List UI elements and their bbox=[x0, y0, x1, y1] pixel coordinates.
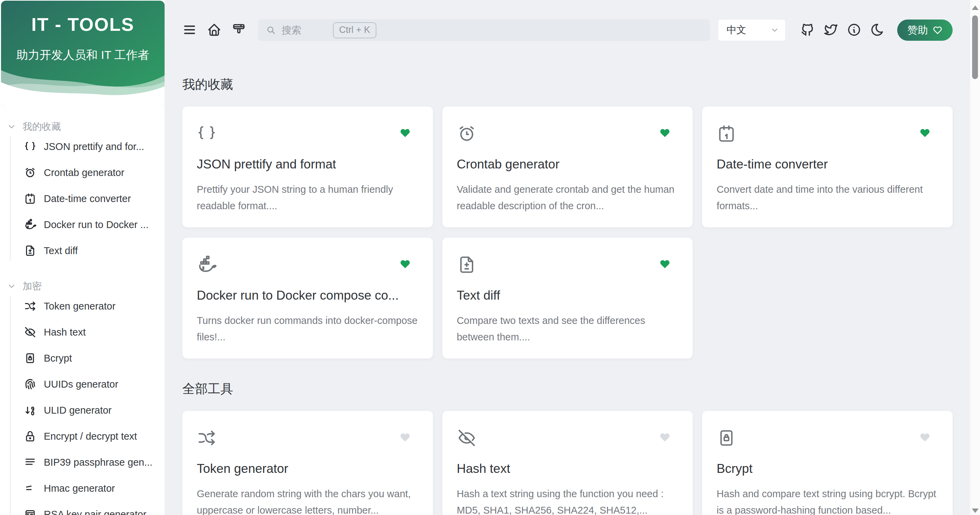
tool-card[interactable]: Text diff Compare two texts and see the … bbox=[442, 238, 693, 359]
chevron-down-icon bbox=[770, 26, 779, 35]
tool-card[interactable]: Crontab generator Validate and generate … bbox=[442, 107, 693, 227]
sidebar-item-label: Encrypt / decrypt text bbox=[44, 431, 137, 442]
calendar-icon bbox=[716, 124, 737, 143]
sidebar-item[interactable]: RSA key pair generator bbox=[0, 501, 165, 515]
sidebar-item[interactable]: Hmac generator bbox=[0, 475, 165, 501]
favorite-heart-icon[interactable] bbox=[919, 127, 931, 139]
sidebar-item[interactable]: Encrypt / decrypt text bbox=[0, 423, 165, 449]
lock-square-icon bbox=[24, 352, 36, 364]
favorite-heart-icon[interactable] bbox=[399, 431, 411, 443]
favorite-heart-icon[interactable] bbox=[659, 431, 671, 443]
sponsor-button[interactable]: 赞助 bbox=[897, 19, 953, 41]
tool-title: Crontab generator bbox=[457, 157, 679, 172]
it-tools-app: IT - TOOLS 助力开发人员和 IT 工作者 我的收藏 JSON pret… bbox=[0, 0, 980, 515]
sidebar-item[interactable]: Token generator bbox=[0, 293, 165, 319]
sidebar-section-header[interactable]: 加密 bbox=[0, 279, 165, 293]
sidebar-item-label: BIP39 passphrase gen... bbox=[44, 457, 153, 468]
favorite-heart-icon[interactable] bbox=[919, 431, 931, 443]
tool-card[interactable]: Bcrypt Hash and compare text string usin… bbox=[702, 411, 953, 515]
shuffle-icon bbox=[24, 300, 36, 312]
search-icon bbox=[266, 25, 276, 35]
tool-card[interactable]: Date-time converter Convert date and tim… bbox=[702, 107, 953, 227]
sidebar-item[interactable]: BIP39 passphrase gen... bbox=[0, 449, 165, 475]
sidebar-item[interactable]: Date-time converter bbox=[0, 186, 165, 212]
docker-whale-icon bbox=[197, 255, 216, 274]
paint-brush-icon bbox=[232, 22, 246, 37]
curly-braces-icon bbox=[197, 124, 216, 143]
sidebar-item-label: Token generator bbox=[44, 301, 116, 312]
tools-section: 我的收藏 JSON prettify and format Prettify y… bbox=[182, 76, 953, 359]
moon-icon bbox=[870, 22, 885, 38]
scrollbar-down-arrow-icon[interactable] bbox=[972, 509, 978, 513]
align-lines-icon bbox=[24, 456, 36, 469]
about-button[interactable] bbox=[847, 22, 861, 38]
tool-title: Bcrypt bbox=[716, 462, 938, 476]
sidebar-section-items: Token generator Hash text Bcrypt UUIDs g… bbox=[0, 293, 165, 515]
file-diff-icon bbox=[457, 255, 477, 274]
app-subtitle: 助力开发人员和 IT 工作者 bbox=[1, 47, 165, 63]
align-lines-icon bbox=[24, 456, 36, 469]
search-icon bbox=[266, 25, 276, 35]
sidebar-item[interactable]: Text diff bbox=[0, 238, 165, 264]
content-area: 我的收藏 JSON prettify and format Prettify y… bbox=[165, 76, 970, 515]
sponsor-label: 赞助 bbox=[907, 23, 928, 37]
tool-card[interactable]: Token generator Generate random string w… bbox=[182, 411, 433, 515]
sidebar-item[interactable]: Bcrypt bbox=[0, 345, 165, 371]
app-title: IT - TOOLS bbox=[1, 14, 165, 35]
heart-icon bbox=[659, 431, 671, 443]
twitter-icon bbox=[824, 22, 838, 38]
curly-braces-icon bbox=[197, 124, 216, 143]
language-select[interactable]: 中文 bbox=[718, 19, 786, 41]
favorite-heart-icon[interactable] bbox=[659, 127, 671, 139]
info-circle-icon bbox=[847, 22, 861, 37]
alarm-clock-icon bbox=[457, 124, 477, 143]
favorite-heart-icon[interactable] bbox=[399, 127, 411, 139]
search-input[interactable] bbox=[282, 25, 333, 36]
github-button[interactable] bbox=[800, 22, 815, 38]
scrollbar-up-arrow-icon[interactable] bbox=[972, 5, 978, 10]
sidebar: IT - TOOLS 助力开发人员和 IT 工作者 我的收藏 JSON pret… bbox=[0, 0, 165, 515]
eye-off-icon bbox=[457, 428, 477, 448]
scrollbar-thumb[interactable] bbox=[972, 15, 978, 79]
tool-description: Generate random string with the chars yo… bbox=[197, 486, 418, 515]
twitter-icon bbox=[824, 22, 838, 37]
tool-card[interactable]: Hash text Hash a text string using the f… bbox=[442, 411, 693, 515]
sidebar-item[interactable]: Crontab generator bbox=[0, 159, 165, 186]
favorite-heart-icon[interactable] bbox=[399, 258, 411, 270]
favorite-heart-icon[interactable] bbox=[659, 258, 671, 270]
topbar-right: 中文 赞助 bbox=[718, 19, 953, 41]
page-scrollbar[interactable] bbox=[970, 0, 980, 515]
home-icon bbox=[207, 22, 221, 37]
sidebar-section-label: 我的收藏 bbox=[22, 120, 61, 133]
math-lines-icon bbox=[24, 482, 36, 494]
sidebar-item-label: ULID generator bbox=[44, 405, 111, 416]
home-icon bbox=[207, 22, 221, 38]
tool-card[interactable]: JSON prettify and format Prettify your J… bbox=[182, 107, 433, 227]
tool-description: Hash a text string using the function yo… bbox=[457, 486, 679, 515]
tool-title: Docker run to Docker compose co... bbox=[197, 288, 418, 303]
home-button[interactable] bbox=[207, 22, 221, 38]
sidebar-section-header[interactable]: 我的收藏 bbox=[0, 120, 165, 134]
dark-mode-button[interactable] bbox=[870, 22, 885, 38]
moon-icon bbox=[870, 22, 885, 37]
theme-brush-button[interactable] bbox=[232, 22, 246, 38]
chevron-down-icon bbox=[7, 122, 16, 131]
sidebar-item[interactable]: ULID generator bbox=[0, 397, 165, 423]
heart-icon bbox=[919, 431, 931, 443]
language-selected-value: 中文 bbox=[727, 23, 770, 37]
sidebar-menu: 我的收藏 JSON prettify and for... Crontab ge… bbox=[0, 107, 165, 515]
docker-whale-icon bbox=[197, 255, 216, 274]
shuffle-icon bbox=[197, 428, 216, 448]
sidebar-item[interactable]: Docker run to Docker ... bbox=[0, 212, 165, 238]
section-heading: 全部工具 bbox=[182, 380, 953, 397]
app-logo[interactable]: IT - TOOLS 助力开发人员和 IT 工作者 bbox=[1, 1, 165, 107]
twitter-button[interactable] bbox=[824, 22, 838, 38]
info-circle-icon bbox=[847, 22, 861, 38]
search-bar[interactable]: Ctrl + K bbox=[258, 19, 710, 41]
tool-card[interactable]: Docker run to Docker compose co... Turns… bbox=[182, 238, 433, 359]
sidebar-item[interactable]: UUIDs generator bbox=[0, 371, 165, 397]
sidebar-item[interactable]: Hash text bbox=[0, 319, 165, 345]
tool-title: JSON prettify and format bbox=[197, 157, 418, 172]
menu-toggle-button[interactable] bbox=[182, 22, 197, 38]
sidebar-item[interactable]: JSON prettify and for... bbox=[0, 134, 165, 159]
